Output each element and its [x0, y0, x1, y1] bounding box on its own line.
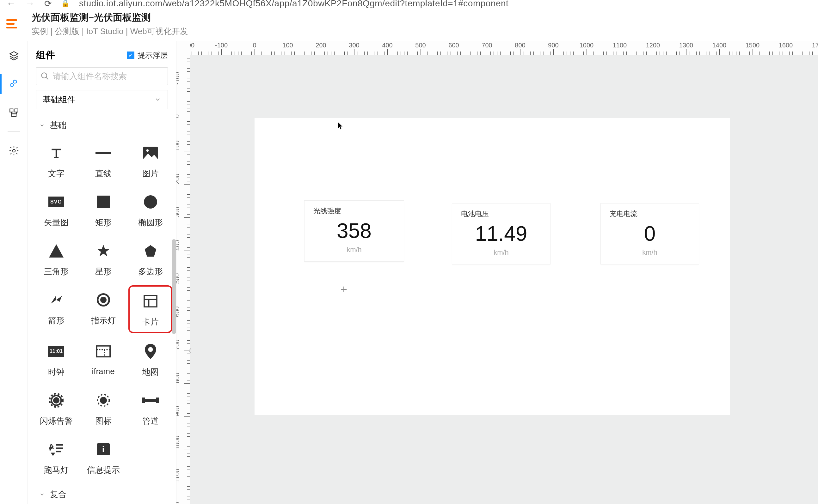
component-svg[interactable]: SVG 矢量图: [34, 187, 78, 233]
component-star[interactable]: 星形: [81, 236, 125, 282]
arrow-icon: [47, 290, 66, 309]
card-value: 358: [313, 219, 395, 243]
address-url[interactable]: studio.iot.aliyun.com/web/a12322k5MOHQf5…: [79, 0, 509, 9]
card-value: 11.49: [461, 222, 541, 246]
page-title: 光伏面板监测–光伏面板监测: [32, 11, 188, 24]
card-title: 光线强度: [313, 206, 395, 216]
text-icon: [47, 143, 66, 162]
svg-rect-11: [96, 346, 110, 357]
component-icon[interactable]: 图标: [81, 386, 125, 431]
menu-toggle-icon[interactable]: [6, 18, 19, 30]
component-pipe-label: 管道: [142, 416, 159, 427]
back-icon[interactable]: ←: [6, 0, 16, 9]
add-icon[interactable]: +: [340, 283, 347, 296]
svg-rect-18: [142, 398, 145, 403]
svg-rect-1: [15, 109, 18, 112]
card-charge-current[interactable]: 充电电流 0 km/h: [601, 203, 699, 264]
info-icon: i: [94, 440, 113, 459]
component-blink-label: 闪烁告警: [40, 416, 73, 427]
component-pipe[interactable]: 管道: [128, 386, 172, 431]
component-line-label: 直线: [95, 168, 112, 179]
vertical-ruler[interactable]: -200-10001002003004005006007008009001000…: [176, 55, 190, 504]
component-svg-label: 矢量图: [44, 217, 69, 228]
component-indicator-label: 指示灯: [91, 315, 116, 326]
component-triangle-label: 三角形: [44, 266, 69, 277]
component-ellipse[interactable]: 椭圆形: [128, 187, 172, 233]
svg-point-13: [54, 398, 58, 403]
ellipse-icon: [141, 192, 160, 211]
card-battery-voltage[interactable]: 电池电压 11.49 km/h: [452, 203, 551, 264]
chevron-down-icon: [154, 96, 161, 103]
line-icon: [94, 143, 113, 162]
indicator-icon: [94, 290, 113, 309]
svg-icon: SVG: [47, 192, 66, 211]
svg-rect-20: [156, 398, 159, 403]
rail-separator: [8, 131, 20, 132]
component-iframe[interactable]: iframe: [81, 337, 125, 382]
component-clock[interactable]: 11:01 时钟: [34, 337, 78, 382]
artboard[interactable]: 光线强度 358 km/h 电池电压 11.49 km/h 充电电流 0 km/…: [254, 118, 730, 415]
chevron-down-icon: [39, 123, 45, 128]
card-icon: [141, 292, 160, 311]
component-triangle[interactable]: 三角形: [34, 236, 78, 282]
sidebar-scrollbar[interactable]: [172, 239, 176, 334]
svg-point-4: [42, 73, 47, 78]
component-search-input[interactable]: [36, 67, 168, 85]
svg-point-3: [12, 149, 15, 152]
group-composite-header[interactable]: 复合: [33, 482, 174, 504]
svg-rect-0: [10, 109, 13, 112]
component-info[interactable]: i 信息提示: [81, 435, 125, 480]
component-rect[interactable]: 矩形: [81, 187, 125, 233]
rail-structure[interactable]: [8, 106, 20, 119]
rail-components[interactable]: [8, 78, 20, 90]
image-icon: [141, 143, 160, 162]
component-indicator[interactable]: 指示灯: [81, 285, 125, 333]
canvas-stage[interactable]: 光线强度 358 km/h 电池电压 11.49 km/h 充电电流 0 km/…: [190, 55, 818, 504]
components-panel: 组件 ✓ 提示浮层 基础组件 基础 文字: [28, 41, 176, 504]
star-icon: [94, 241, 113, 260]
app-header: 光伏面板监测–光伏面板监测 实例 | 公测版 | IoT Studio | We…: [0, 7, 818, 41]
browser-chrome: ← → ⟳ 🔒 studio.iot.aliyun.com/web/a12322…: [0, 0, 818, 7]
component-text-label: 文字: [48, 168, 64, 179]
component-icon-label: 图标: [95, 416, 112, 427]
marquee-icon: A: [47, 440, 66, 459]
reload-icon[interactable]: ⟳: [44, 0, 52, 9]
rect-icon: [94, 192, 113, 211]
component-line[interactable]: 直线: [81, 138, 125, 184]
component-marquee[interactable]: A 跑马灯: [34, 435, 78, 480]
component-category-select[interactable]: 基础组件: [36, 90, 168, 109]
component-image[interactable]: 图片: [128, 138, 172, 184]
component-image-label: 图片: [142, 168, 159, 179]
svg-rect-10: [144, 295, 157, 307]
component-arrow[interactable]: 箭形: [34, 285, 78, 333]
group-basic-header[interactable]: 基础: [33, 113, 174, 135]
map-pin-icon: [141, 342, 160, 361]
component-map-label: 地图: [142, 367, 159, 378]
card-unit: km/h: [610, 248, 690, 257]
header-titles: 光伏面板监测–光伏面板监测 实例 | 公测版 | IoT Studio | We…: [32, 11, 188, 37]
tooltip-layer-toggle[interactable]: ✓ 提示浮层: [127, 50, 168, 60]
component-text[interactable]: 文字: [34, 138, 78, 184]
pipe-icon: [141, 391, 160, 410]
svg-rect-5: [95, 152, 111, 154]
component-map[interactable]: 地图: [128, 337, 172, 382]
svg-point-17: [100, 398, 106, 403]
svg-rect-2: [11, 114, 16, 117]
horizontal-ruler[interactable]: -200-10001002003004005006007008009001000…: [190, 41, 818, 55]
component-polygon[interactable]: 多边形: [128, 236, 172, 282]
card-light-intensity[interactable]: 光线强度 358 km/h: [304, 200, 404, 262]
rail-layers[interactable]: [8, 49, 20, 62]
group-basic-label: 基础: [50, 120, 66, 131]
component-clock-label: 时钟: [48, 367, 64, 378]
ruler-corner: [176, 41, 190, 55]
card-unit: km/h: [313, 246, 395, 254]
rail-settings[interactable]: [8, 144, 20, 157]
lock-icon: 🔒: [61, 0, 70, 8]
svg-point-9: [101, 298, 106, 302]
search-icon: [40, 72, 49, 81]
component-ellipse-label: 椭圆形: [138, 217, 163, 228]
svg-text:A: A: [48, 443, 54, 451]
component-blink[interactable]: 闪烁告警: [34, 386, 78, 431]
component-info-label: 信息提示: [87, 465, 120, 476]
component-card[interactable]: 卡片: [128, 285, 172, 333]
